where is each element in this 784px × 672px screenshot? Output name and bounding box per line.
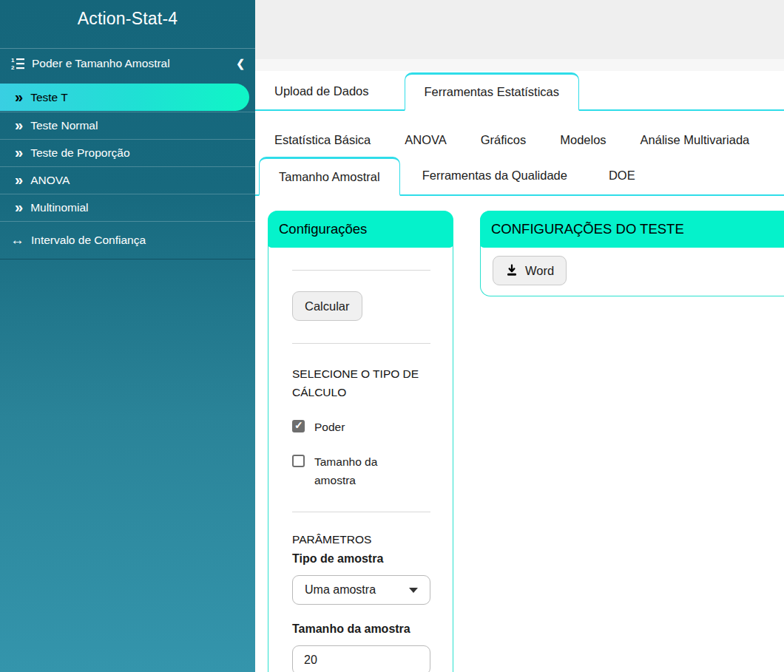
tab-upload-de-dados[interactable]: Upload de Dados: [258, 72, 385, 109]
tab-label: DOE: [609, 169, 635, 183]
checkbox-label: Poder: [314, 418, 345, 436]
sidebar-divider: [0, 259, 255, 259]
calc-type-heading: SELECIONE O TIPO DE CÁLCULO: [292, 364, 430, 401]
tab-estatistica-basica[interactable]: Estatística Básica: [274, 133, 371, 147]
double-chevron-icon: »: [15, 145, 23, 160]
app-title: Action-Stat-4: [0, 0, 255, 29]
tertiary-tabbar: Tamanho Amostral Ferramentas da Qualidad…: [255, 157, 784, 196]
numbered-list-icon: 1 2: [10, 56, 25, 71]
divider: [292, 270, 430, 271]
config-panel-body: Calcular SELECIONE O TIPO DE CÁLCULO ✓ P…: [268, 270, 453, 672]
sidebar-item-intervalo-confianca[interactable]: ↔ Intervalo de Confiança: [0, 221, 255, 259]
checkbox-row-poder[interactable]: ✓ Poder: [292, 418, 430, 436]
check-icon: ✓: [294, 419, 303, 431]
sidebar-item-label: Teste T: [30, 91, 68, 104]
checkbox-unchecked-icon[interactable]: [292, 455, 305, 467]
sample-size-input[interactable]: [292, 645, 430, 672]
tab-ferramentas-da-qualidade[interactable]: Ferramentas da Qualidade: [403, 157, 587, 194]
main-content: Upload de Dados Ferramentas Estatísticas…: [255, 59, 784, 672]
double-chevron-icon: »: [15, 89, 23, 104]
checkbox-label: Tamanho da amostra: [314, 452, 397, 489]
test-config-panel: CONFIGURAÇÕES DO TESTE Word: [480, 211, 784, 296]
tab-anova[interactable]: ANOVA: [405, 133, 447, 147]
svg-text:2: 2: [11, 64, 15, 71]
parameters-heading: PARÂMETROS: [292, 533, 430, 546]
sidebar-menu: » Teste T » Teste Normal » Teste de Prop…: [0, 84, 255, 259]
calculate-button[interactable]: Calcular: [292, 291, 362, 321]
sidebar-item-label: Teste de Proporção: [30, 146, 129, 160]
sidebar-section-poder-tamanho[interactable]: 1 2 Poder e Tamanho Amostral ❮: [0, 48, 255, 78]
svg-text:1: 1: [11, 57, 15, 64]
sample-type-select[interactable]: Uma amostra: [292, 575, 430, 605]
top-header-band: [255, 0, 784, 59]
left-right-arrow-icon: ↔: [10, 232, 24, 248]
checkbox-row-tamanho-amostra[interactable]: Tamanho da amostra: [292, 452, 430, 489]
tab-ferramentas-estatisticas[interactable]: Ferramentas Estatísticas: [405, 72, 579, 111]
sample-size-label: Tamanho da amostra: [292, 622, 430, 636]
sidebar: Action-Stat-4 1 2 Poder e Tamanho Amostr…: [0, 0, 255, 672]
double-chevron-icon: »: [15, 172, 23, 187]
download-icon: [505, 264, 518, 277]
tab-label: Ferramentas Estatísticas: [425, 85, 559, 99]
word-export-button[interactable]: Word: [493, 256, 567, 285]
test-config-panel-body: Word: [481, 248, 784, 296]
sidebar-section-label: Poder e Tamanho Amostral: [32, 57, 170, 70]
test-config-panel-header: CONFIGURAÇÕES DO TESTE: [480, 211, 784, 248]
sidebar-item-teste-normal[interactable]: » Teste Normal: [0, 112, 255, 139]
tab-label: Tamanho Amostral: [279, 170, 380, 184]
secondary-tabbar: Estatística Básica ANOVA Gráficos Modelo…: [255, 133, 784, 147]
checkbox-checked-icon[interactable]: ✓: [292, 420, 305, 432]
divider: [292, 512, 430, 512]
double-chevron-icon: »: [15, 200, 23, 214]
tab-label: Ferramentas da Qualidade: [422, 169, 567, 183]
sidebar-item-label: Teste Normal: [30, 119, 98, 132]
tab-tamanho-amostral[interactable]: Tamanho Amostral: [259, 157, 400, 196]
tab-analise-multivariada[interactable]: Análise Multivariada: [641, 133, 750, 147]
divider: [292, 343, 430, 344]
select-value: Uma amostra: [305, 583, 376, 597]
caret-down-icon: [409, 588, 418, 593]
config-panel-header: Configurações: [268, 211, 453, 248]
sidebar-item-anova[interactable]: » ANOVA: [0, 166, 255, 194]
tab-graficos[interactable]: Gráficos: [481, 133, 526, 147]
primary-tabbar: Upload de Dados Ferramentas Estatísticas: [255, 72, 784, 111]
tab-label: Upload de Dados: [274, 84, 369, 98]
tab-modelos[interactable]: Modelos: [560, 133, 606, 147]
tab-doe[interactable]: DOE: [589, 157, 655, 194]
sample-type-label: Tipo de amostra: [292, 552, 430, 566]
sidebar-item-label: ANOVA: [30, 174, 70, 187]
panels-area: Configurações Calcular SELECIONE O TIPO …: [268, 211, 784, 672]
sidebar-item-multinomial[interactable]: » Multinomial: [0, 194, 255, 221]
config-panel: Configurações Calcular SELECIONE O TIPO …: [268, 211, 453, 672]
sidebar-item-label: Intervalo de Confiança: [31, 234, 146, 247]
chevron-left-icon[interactable]: ❮: [236, 58, 245, 69]
double-chevron-icon: »: [15, 118, 23, 132]
sidebar-item-teste-proporcao[interactable]: » Teste de Proporção: [0, 139, 255, 166]
sidebar-item-label: Multinomial: [30, 201, 88, 214]
word-button-label: Word: [525, 264, 554, 278]
sidebar-item-teste-t[interactable]: » Teste T: [0, 84, 249, 111]
